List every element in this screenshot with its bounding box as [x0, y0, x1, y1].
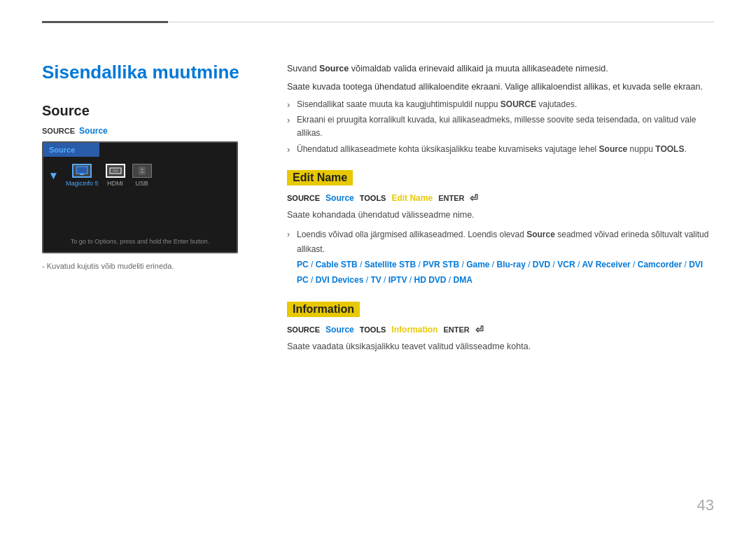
svg-rect-5	[141, 169, 144, 170]
tv-screen-header: Source	[43, 143, 99, 157]
tv-screen: Source ▾ MagicInfo 5	[42, 141, 238, 253]
top-decorative-lines	[42, 21, 714, 23]
svg-rect-3	[113, 169, 118, 172]
left-column: Sisendallika muutmine Source SOURCE Sour…	[42, 49, 259, 359]
source-heading: Source	[42, 103, 259, 119]
tv-icons-row: ▾ MagicInfo 5	[43, 157, 237, 194]
info-nav-source-label: SOURCE	[287, 325, 320, 334]
tv-icon-img-usb	[132, 164, 152, 178]
information-section: Information SOURCE Source TOOLS Informat…	[287, 302, 714, 353]
page-title: Sisendallika muutmine	[42, 62, 259, 83]
source-nav-item: Source	[79, 126, 108, 136]
information-desc: Saate vaadata üksikasjalikku teavet vali…	[287, 339, 714, 353]
tv-icon-img-magicinfo	[72, 164, 92, 178]
info-nav-enter-symbol: ⏎	[475, 324, 484, 335]
info-nav-info: Information	[391, 325, 438, 335]
intro-bullets: Sisendallikat saate muuta ka kaugjuhtimi…	[287, 98, 714, 156]
left-footnote: Kuvatud kujutis võib mudeliti erineda.	[42, 262, 259, 270]
tv-icon-label-usb: USB	[135, 180, 148, 187]
bullet-1: Sisendallikat saate muuta ka kaugjuhtimi…	[287, 98, 714, 111]
bullet-3: Ühendatud allikaseadmete kohta üksikasja…	[287, 143, 714, 156]
edit-name-section: Edit Name SOURCE Source TOOLS Edit Name …	[287, 170, 714, 288]
svg-rect-4	[139, 167, 145, 174]
edit-nav-tools: TOOLS	[360, 194, 386, 202]
svg-rect-6	[141, 171, 144, 173]
source-nav: SOURCE Source	[42, 126, 259, 136]
edit-nav-editname: Edit Name	[391, 193, 433, 203]
tv-icon-usb: USB	[132, 164, 152, 187]
page-container: Sisendallika muutmine Source SOURCE Sour…	[0, 0, 756, 534]
tv-icon-hdmi: HDMI	[106, 164, 125, 187]
edit-nav-enter: ENTER	[438, 194, 464, 202]
top-line-light	[168, 22, 714, 22]
edit-name-heading: Edit Name	[287, 170, 353, 185]
tv-bottom-text: To go to Options, press and hold the Ent…	[43, 238, 237, 245]
edit-name-desc: Saate kohandada ühendatud välisseadme ni…	[287, 208, 714, 222]
info-nav-row: SOURCE Source TOOLS Information ENTER ⏎	[287, 324, 714, 335]
tv-icon-label-magicinfo: MagicInfo 5	[66, 180, 99, 187]
top-line-dark	[42, 21, 168, 23]
right-column: Suvand Source võimaldab valida erinevaid…	[287, 49, 714, 359]
device-list-items: PC / Cable STB / Satellite STB / PVR STB…	[297, 260, 703, 285]
content-area: Sisendallika muutmine Source SOURCE Sour…	[42, 49, 714, 359]
svg-rect-1	[80, 174, 84, 175]
info-nav-source-blue: Source	[326, 325, 354, 335]
intro-text-2: Saate kuvada tootega ühendatud allikaloe…	[287, 80, 714, 94]
device-list: Loendis võivad olla järgmised allikasead…	[287, 227, 714, 288]
source-nav-label: SOURCE	[42, 127, 75, 135]
tv-icon-img-hdmi	[106, 164, 125, 178]
info-nav-tools: TOOLS	[360, 325, 386, 334]
edit-nav-source-label: SOURCE	[287, 194, 320, 202]
intro-text-1: Suvand Source võimaldab valida erinevaid…	[287, 62, 714, 76]
svg-rect-0	[76, 167, 88, 174]
information-heading: Information	[287, 302, 360, 317]
bullet-2: Ekraani ei pruugita korralikult kuvada, …	[287, 113, 714, 140]
tv-icon-magicinfo: MagicInfo 5	[66, 164, 99, 187]
edit-name-nav-row: SOURCE Source TOOLS Edit Name ENTER ⏎	[287, 192, 714, 204]
edit-nav-enter-symbol: ⏎	[470, 192, 478, 204]
info-nav-enter: ENTER	[443, 325, 469, 334]
page-number: 43	[697, 496, 714, 514]
edit-nav-source-blue: Source	[326, 193, 354, 203]
tv-icon-label-hdmi: HDMI	[107, 180, 123, 187]
